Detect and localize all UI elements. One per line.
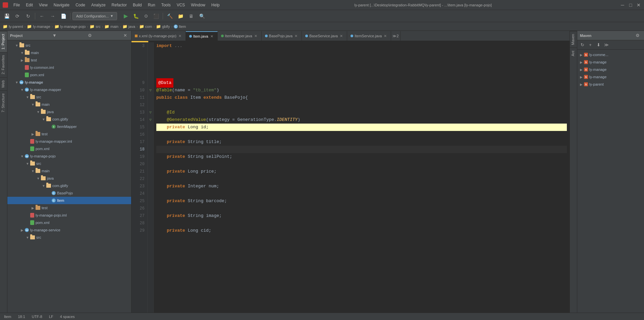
tab-item-mapper[interactable]: ItemMapper.java ✕ bbox=[218, 31, 262, 41]
maven-item-ly-manage-1[interactable]: ▶ S ly-manage bbox=[577, 58, 644, 66]
tree-item-main-2[interactable]: ▼ main bbox=[7, 101, 131, 108]
maven-item-ly-manage-2[interactable]: ▶ S ly-manage bbox=[577, 66, 644, 73]
breadcrumb-src[interactable]: 📁 src bbox=[90, 24, 101, 29]
debug-button[interactable]: 🐛 bbox=[131, 11, 141, 21]
menu-refactor[interactable]: Refactor bbox=[109, 2, 129, 8]
tree-item-ly-manage-service[interactable]: ▶ m ly-manage-service bbox=[7, 226, 131, 234]
tree-item-pom-1[interactable]: pom.xml bbox=[7, 71, 131, 79]
recent-files-button[interactable]: 📄 bbox=[59, 11, 68, 21]
tree-item-java-3[interactable]: ▼ java bbox=[7, 175, 131, 182]
project-gear-button[interactable]: ✕ bbox=[122, 32, 128, 39]
menu-file[interactable]: File bbox=[11, 2, 22, 8]
tab-item-service[interactable]: ItemService.java ✕ bbox=[347, 31, 391, 41]
tree-item-main[interactable]: ▼ main bbox=[7, 49, 131, 56]
refresh-button[interactable]: ↻ bbox=[23, 11, 33, 21]
maven-download-button[interactable]: ⬇ bbox=[595, 41, 602, 49]
maven-item-ly-manage-3[interactable]: ▶ S ly-manage bbox=[577, 73, 644, 81]
breadcrumb-ly-parent[interactable]: 📁 ly-parent bbox=[3, 24, 23, 29]
tab-item-java[interactable]: Item.java ✕ bbox=[186, 31, 218, 41]
breadcrumb-ly-manage[interactable]: 📁 ly-manage bbox=[27, 24, 50, 29]
breadcrumb-ly-manage-pojo[interactable]: 📁 ly-manage-pojo bbox=[54, 24, 86, 29]
maven-settings-button[interactable]: ⚙ bbox=[634, 32, 641, 39]
tree-item-ly-manage-mapper[interactable]: ▼ m ly-manage-mapper bbox=[7, 86, 131, 93]
tree-item-java-2[interactable]: ▼ java bbox=[7, 108, 131, 116]
run-with-coverage-button[interactable]: ⊙ bbox=[141, 11, 151, 21]
menu-edit[interactable]: Edit bbox=[23, 2, 36, 8]
maven-item-ly-parent[interactable]: ▶ S ly-parent bbox=[577, 81, 644, 88]
forward-button[interactable]: → bbox=[48, 11, 57, 21]
maven-add-button[interactable]: + bbox=[587, 41, 594, 49]
breadcrumb-com[interactable]: 📁 com bbox=[139, 24, 152, 29]
breadcrumb-main[interactable]: 📁 main bbox=[104, 24, 118, 29]
menu-code[interactable]: Code bbox=[73, 2, 88, 8]
maven-item-ly-comme[interactable]: ▶ S ly-comme... bbox=[577, 51, 644, 58]
menu-run[interactable]: Run bbox=[145, 2, 158, 8]
run-button[interactable]: ▶ bbox=[121, 11, 130, 21]
menu-vcs[interactable]: VCS bbox=[174, 2, 188, 8]
menu-window[interactable]: Window bbox=[188, 2, 208, 8]
tab-close-button[interactable]: ✕ bbox=[178, 34, 182, 38]
tree-item-src-2[interactable]: ▼ src bbox=[7, 93, 131, 101]
tab-close-button[interactable]: ✕ bbox=[294, 34, 298, 38]
tab-favorites[interactable]: 2: Favorites bbox=[0, 52, 7, 77]
project-settings-button[interactable]: ⚙ bbox=[87, 32, 93, 39]
tree-item-item[interactable]: C Item bbox=[7, 197, 131, 204]
menu-tools[interactable]: Tools bbox=[159, 2, 173, 8]
search-button[interactable]: 🔍 bbox=[197, 11, 207, 21]
code-editor[interactable]: 3 9 10 11 12 13 14 15 16 17 18 19 20 21 … bbox=[131, 42, 570, 313]
build-button[interactable]: 🔨 bbox=[165, 11, 174, 21]
tab-close-button[interactable]: ✕ bbox=[210, 34, 214, 39]
tree-item-src-4[interactable]: ▼ src bbox=[7, 234, 131, 241]
terminal-button[interactable]: 🖥 bbox=[186, 11, 196, 21]
tab-close-button[interactable]: ✕ bbox=[339, 34, 343, 38]
search-everywhere-button[interactable]: 📁 bbox=[176, 11, 185, 21]
tree-item-base-pojo[interactable]: C BasePojo bbox=[7, 189, 131, 197]
tab-maven-right[interactable]: Maven bbox=[570, 31, 577, 48]
tree-item-main-3[interactable]: ▼ main bbox=[7, 167, 131, 175]
tab-ant-right[interactable]: Ant bbox=[570, 48, 577, 59]
project-options-button[interactable]: ▼ bbox=[51, 32, 58, 39]
tree-item-ly-manage-pojo-iml[interactable]: ly-manage-pojo.iml bbox=[7, 212, 131, 219]
breadcrumb-gblfy[interactable]: 📁 gblfy bbox=[156, 24, 170, 29]
menu-view[interactable]: View bbox=[36, 2, 50, 8]
tree-item-test-2[interactable]: ▶ test bbox=[7, 130, 131, 138]
restore-button[interactable]: □ bbox=[628, 2, 633, 8]
status-file-label[interactable]: Item bbox=[3, 315, 12, 319]
stop-button[interactable]: ⬛ bbox=[151, 11, 161, 21]
tab-more-button[interactable]: ≫2 bbox=[391, 31, 400, 41]
synchronize-button[interactable]: ⟳ bbox=[13, 11, 22, 21]
breadcrumb-item-class[interactable]: C Item bbox=[174, 25, 186, 29]
menu-navigate[interactable]: Navigate bbox=[51, 2, 72, 8]
tree-item-pom-3[interactable]: pom.xml bbox=[7, 219, 131, 226]
status-line-sep[interactable]: LF bbox=[48, 315, 55, 319]
code-content[interactable]: import ... @Data @Table(name = "tb_item"… bbox=[154, 42, 570, 313]
tab-xml[interactable]: x.xml (ly-manage-pojo) ✕ bbox=[131, 31, 186, 41]
save-all-button[interactable]: 💾 bbox=[2, 11, 11, 21]
add-configuration-button[interactable]: Add Configuration... ▼ bbox=[72, 12, 117, 20]
tab-structure[interactable]: 7: Structure bbox=[0, 90, 7, 115]
minimize-button[interactable]: ─ bbox=[620, 2, 625, 8]
status-position[interactable]: 18:1 bbox=[16, 315, 26, 319]
status-indent[interactable]: 4 spaces bbox=[59, 315, 76, 319]
tree-item-ly-common-iml[interactable]: ly-common.iml bbox=[7, 64, 131, 71]
menu-help[interactable]: Help bbox=[209, 2, 222, 8]
tree-item-test-3[interactable]: ▶ test bbox=[7, 204, 131, 212]
tab-project[interactable]: 1: Project bbox=[0, 31, 7, 52]
tree-item-item-mapper[interactable]: I ItemMapper bbox=[7, 123, 131, 130]
tab-close-button[interactable]: ✕ bbox=[254, 34, 258, 38]
tree-item-ly-manage-mapper-iml[interactable]: ly-manage-mapper.iml bbox=[7, 138, 131, 145]
menu-analyze[interactable]: Analyze bbox=[89, 2, 108, 8]
maven-expand-button[interactable]: ≫ bbox=[603, 41, 610, 49]
tree-item-src[interactable]: ▼ src bbox=[7, 42, 131, 49]
tree-item-src-3[interactable]: ▼ src bbox=[7, 160, 131, 167]
tree-item-ly-manage-pojo[interactable]: ▼ m ly-manage-pojo bbox=[7, 152, 131, 160]
back-button[interactable]: ← bbox=[37, 11, 47, 21]
tree-item-test[interactable]: ▶ test bbox=[7, 56, 131, 64]
breadcrumb-java[interactable]: 📁 java bbox=[122, 24, 135, 29]
gutter-collapse[interactable]: ▽ bbox=[148, 87, 153, 94]
tree-item-pom-2[interactable]: pom.xml bbox=[7, 145, 131, 152]
tree-item-com-gblfy-2[interactable]: ▼ com.gblfy bbox=[7, 182, 131, 189]
tab-web[interactable]: Web bbox=[0, 77, 7, 90]
maven-refresh-button[interactable]: ↻ bbox=[579, 41, 586, 49]
tab-close-button[interactable]: ✕ bbox=[383, 34, 387, 38]
